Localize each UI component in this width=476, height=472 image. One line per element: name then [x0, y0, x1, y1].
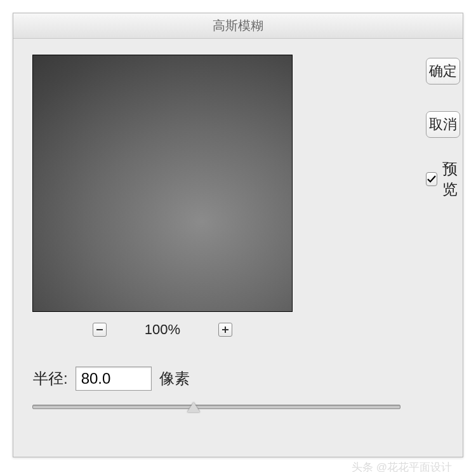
preview-checkbox-row: 预览 [426, 159, 460, 199]
dialog-titlebar: 高斯模糊 [13, 13, 463, 39]
zoom-in-button[interactable] [218, 323, 232, 337]
zoom-controls: 100% [32, 321, 293, 338]
zoom-level: 100% [145, 321, 180, 338]
plus-icon [221, 326, 229, 334]
dialog-body: 100% 半径: 像素 确定 取消 [13, 39, 463, 422]
ok-button[interactable]: 确定 [426, 58, 460, 84]
dialog-left-column: 100% 半径: 像素 [32, 55, 400, 409]
gaussian-blur-dialog: 高斯模糊 100% 半径: 像素 [13, 13, 463, 457]
preview-image[interactable] [32, 55, 293, 312]
check-icon [426, 174, 437, 184]
slider-thumb[interactable] [187, 402, 200, 412]
watermark-text: 头条 @花花平面设计 [13, 457, 463, 472]
zoom-out-button[interactable] [93, 323, 107, 337]
minus-icon [96, 326, 103, 334]
dialog-right-column: 确定 取消 预览 [426, 55, 460, 409]
svg-rect-2 [225, 327, 226, 333]
svg-rect-0 [96, 329, 103, 330]
slider-track [32, 405, 400, 409]
radius-label: 半径: [33, 368, 68, 389]
cancel-button[interactable]: 取消 [426, 111, 460, 138]
preview-checkbox-label: 预览 [442, 159, 460, 199]
preview-checkbox[interactable] [426, 172, 437, 186]
radius-row: 半径: 像素 [32, 367, 400, 391]
radius-slider[interactable] [32, 405, 400, 409]
radius-unit: 像素 [159, 368, 190, 389]
dialog-title: 高斯模糊 [213, 17, 263, 34]
radius-input[interactable] [76, 367, 152, 391]
